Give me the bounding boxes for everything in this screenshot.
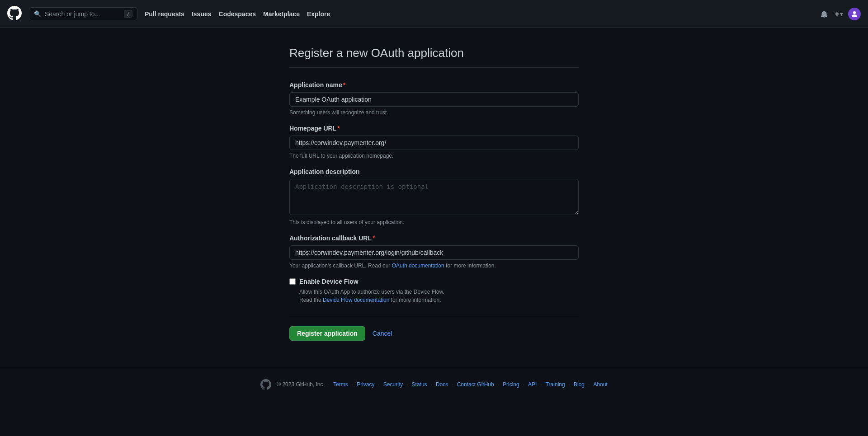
footer-api[interactable]: API	[528, 381, 537, 388]
required-star: *	[343, 81, 345, 89]
search-placeholder: Search or jump to...	[45, 10, 120, 18]
footer-sep-5: ·	[452, 381, 453, 388]
plus-icon: +	[835, 10, 839, 18]
callback-url-label: Authorization callback URL*	[289, 234, 579, 242]
footer-pricing[interactable]: Pricing	[503, 381, 519, 388]
app-description-label: Application description	[289, 168, 579, 175]
footer-about[interactable]: About	[593, 381, 607, 388]
search-kbd: /	[124, 10, 132, 18]
form-divider	[289, 315, 579, 315]
footer-sep-3: ·	[406, 381, 408, 388]
main-content: Register a new OAuth application Applica…	[0, 28, 868, 368]
footer-copyright: © 2023 GitHub, Inc.	[277, 381, 325, 388]
footer-security[interactable]: Security	[383, 381, 403, 388]
footer-sep-6: ·	[498, 381, 499, 388]
footer-status[interactable]: Status	[412, 381, 427, 388]
register-application-button[interactable]: Register application	[289, 326, 365, 341]
footer: © 2023 GitHub, Inc. · Terms · Privacy · …	[0, 368, 868, 401]
github-logo[interactable]	[7, 6, 22, 22]
device-flow-hint-2: Read the Device Flow documentation for m…	[299, 296, 579, 304]
nav-pull-requests[interactable]: Pull requests	[145, 10, 184, 18]
page-title: Register a new OAuth application	[289, 46, 579, 68]
footer-sep-2: ·	[378, 381, 380, 388]
app-name-input[interactable]	[289, 92, 579, 107]
callback-url-hint: Your application's callback URL. Read ou…	[289, 263, 579, 269]
footer-docs[interactable]: Docs	[436, 381, 448, 388]
footer-contact[interactable]: Contact GitHub	[457, 381, 494, 388]
navbar-links: Pull requests Issues Codespaces Marketpl…	[145, 10, 811, 18]
homepage-url-group: Homepage URL* The full URL to your appli…	[289, 125, 579, 159]
app-description-hint: This is displayed to all users of your a…	[289, 219, 579, 225]
device-flow-row: Enable Device Flow	[289, 278, 579, 285]
search-bar[interactable]: 🔍 Search or jump to... /	[29, 7, 137, 20]
create-new-button[interactable]: + ▾	[835, 10, 843, 18]
callback-url-input[interactable]	[289, 245, 579, 260]
cancel-button[interactable]: Cancel	[373, 330, 392, 337]
device-flow-docs-link[interactable]: Device Flow documentation	[323, 297, 389, 303]
device-flow-hint-1: Allow this OAuth App to authorize users …	[299, 288, 579, 296]
device-flow-checkbox[interactable]	[289, 278, 296, 285]
footer-sep-9: ·	[569, 381, 570, 388]
search-icon: 🔍	[34, 10, 41, 17]
device-flow-label[interactable]: Enable Device Flow	[299, 278, 359, 285]
navbar-actions: + ▾	[819, 8, 861, 20]
nav-codespaces[interactable]: Codespaces	[219, 10, 256, 18]
footer-sep-4: ·	[431, 381, 432, 388]
required-star-3: *	[373, 234, 375, 242]
footer-training[interactable]: Training	[546, 381, 565, 388]
footer-sep-8: ·	[540, 381, 542, 388]
required-star-2: *	[337, 125, 340, 132]
footer-terms[interactable]: Terms	[333, 381, 348, 388]
callback-url-group: Authorization callback URL* Your applica…	[289, 234, 579, 269]
navbar: 🔍 Search or jump to... / Pull requests I…	[0, 0, 868, 28]
footer-privacy[interactable]: Privacy	[357, 381, 374, 388]
app-description-textarea[interactable]	[289, 179, 579, 215]
chevron-down-icon: ▾	[840, 11, 843, 17]
device-flow-section: Enable Device Flow Allow this OAuth App …	[289, 278, 579, 304]
nav-marketplace[interactable]: Marketplace	[263, 10, 300, 18]
app-name-group: Application name* Something users will r…	[289, 81, 579, 116]
user-avatar[interactable]	[848, 8, 861, 20]
nav-explore[interactable]: Explore	[307, 10, 330, 18]
footer-blog[interactable]: Blog	[574, 381, 585, 388]
oauth-registration-form: Application name* Something users will r…	[289, 81, 579, 341]
footer-sep-0: ·	[328, 381, 330, 388]
footer-sep-7: ·	[523, 381, 524, 388]
form-container: Register a new OAuth application Applica…	[289, 46, 579, 341]
app-name-hint: Something users will recognize and trust…	[289, 109, 579, 116]
oauth-docs-link[interactable]: OAuth documentation	[392, 263, 444, 269]
homepage-url-hint: The full URL to your application homepag…	[289, 153, 579, 159]
footer-sep-10: ·	[588, 381, 590, 388]
nav-issues[interactable]: Issues	[192, 10, 212, 18]
notifications-button[interactable]	[819, 9, 830, 19]
homepage-url-label: Homepage URL*	[289, 125, 579, 132]
app-name-label: Application name*	[289, 81, 579, 89]
app-description-group: Application description This is displaye…	[289, 168, 579, 225]
form-actions: Register application Cancel	[289, 326, 579, 341]
footer-logo	[260, 379, 271, 390]
footer-sep-1: ·	[352, 381, 353, 388]
homepage-url-input[interactable]	[289, 136, 579, 150]
